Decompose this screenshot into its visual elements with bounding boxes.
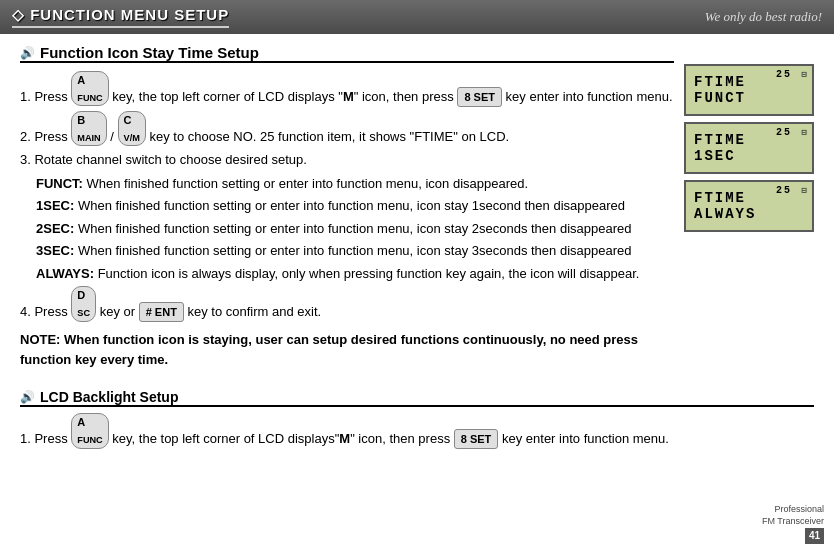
sc-key: DSC [71, 286, 96, 321]
ent-key: # ENT [139, 302, 184, 323]
option-3sec: 3SEC: When finished function setting or … [36, 241, 674, 261]
option-1sec: 1SEC: When finished function setting or … [36, 196, 674, 216]
section2-title: LCD Backlight Setup [20, 389, 814, 407]
brand-line2: FM Transceiver [762, 515, 824, 528]
option-2sec: 2SEC: When finished function setting or … [36, 219, 674, 239]
step-3: 3. Rotate channel switch to choose desir… [20, 150, 674, 170]
section2-func-key: AFUNC [71, 413, 108, 448]
brand-line1: Professional [762, 503, 824, 516]
option-always: ALWAYS: Function icon is always display,… [36, 264, 674, 284]
page-header: FUNCTION MENU SETUP We only do best radi… [0, 0, 834, 34]
section1-title: Function Icon Stay Time Setup [20, 44, 674, 63]
func-key: AFUNC [71, 71, 108, 106]
tagline: We only do best radio! [705, 9, 822, 25]
vm-key: CV/M [118, 111, 146, 146]
text-section: Function Icon Stay Time Setup 1. Press A… [20, 44, 674, 375]
page-number: 41 [805, 528, 824, 544]
page-title: FUNCTION MENU SETUP [12, 6, 229, 28]
note-text: NOTE: When function icon is staying, use… [20, 330, 674, 369]
set-key: 8 SET [457, 87, 502, 108]
lcd-display-2: 25 ⊟ FTIME 1SEC [684, 122, 814, 174]
footer: Professional FM Transceiver 41 [762, 503, 824, 544]
step-4: 4. Press DSC key or # ENT key to confirm… [20, 286, 674, 322]
step-2: 2. Press BMAIN / CV/M key to choose NO. … [20, 111, 674, 146]
lcd-displays: 25 ⊟ FTIME FUNCT 25 ⊟ FTIME 1SEC 25 ⊟ FT… [684, 44, 814, 375]
step-1: 1. Press AFUNC key, the top left corner … [20, 71, 674, 107]
lcd-display-3: 25 ⊟ FTIME ALWAYS [684, 180, 814, 232]
main-content: Function Icon Stay Time Setup 1. Press A… [0, 34, 834, 385]
option-funct: FUNCT: When finished function setting or… [36, 174, 674, 194]
lcd-display-1: 25 ⊟ FTIME FUNCT [684, 64, 814, 116]
section2: LCD Backlight Setup 1. Press AFUNC key, … [0, 389, 834, 449]
main-key: BMAIN [71, 111, 106, 146]
section2-set-key: 8 SET [454, 429, 499, 450]
section2-step1: 1. Press AFUNC key, the top left corner … [20, 413, 814, 449]
